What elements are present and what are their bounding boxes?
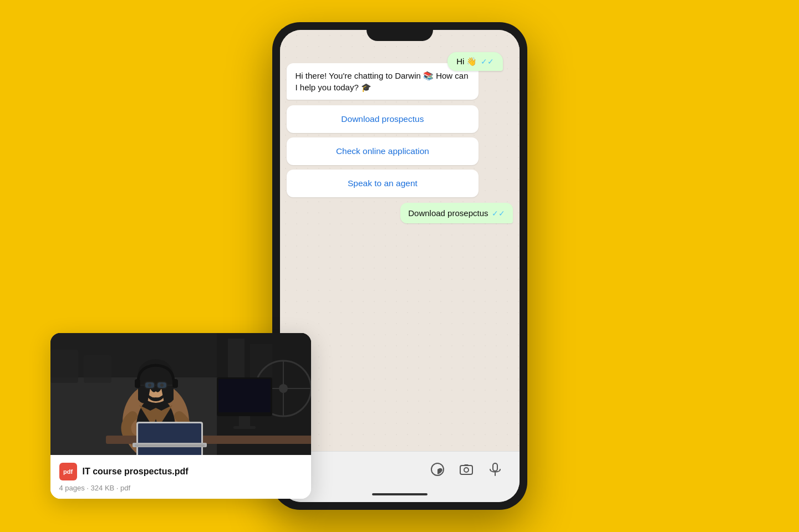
double-check-icon: ✓✓: [481, 57, 494, 66]
home-indicator: [280, 487, 520, 502]
pdf-meta: 4 pages · 324 KB · pdf: [59, 484, 302, 492]
svg-rect-37: [239, 416, 250, 427]
phone-notch: [367, 22, 433, 41]
pdf-card-image: [50, 333, 311, 455]
svg-rect-28: [172, 379, 178, 388]
svg-rect-34: [135, 444, 205, 447]
svg-point-26: [160, 383, 164, 387]
pdf-icon: pdf: [59, 463, 77, 480]
home-bar: [372, 493, 428, 495]
pdf-filename: IT course prospectus.pdf: [83, 467, 189, 477]
chat-input-bar: [280, 451, 520, 487]
pdf-title-row: pdf IT course prospectus.pdf: [59, 463, 302, 480]
mic-icon[interactable]: [487, 462, 503, 477]
incoming-message-text: Hi there! You're chatting to Darwin 📚 Ho…: [296, 71, 469, 92]
quick-reply-check-application[interactable]: Check online application: [287, 137, 479, 165]
svg-rect-38: [233, 426, 256, 429]
incoming-message-bubble: Hi there! You're chatting to Darwin 📚 Ho…: [287, 63, 479, 100]
pdf-card: pdf IT course prospectus.pdf 4 pages · 3…: [50, 333, 311, 499]
chat-background: Hi 👋 ✓✓ Hi there! You're chatting to Dar…: [280, 30, 520, 451]
svg-rect-1: [460, 466, 472, 474]
svg-rect-36: [218, 379, 271, 412]
greeting-outgoing-bubble: Hi 👋 ✓✓: [447, 52, 502, 71]
sticker-icon[interactable]: [430, 462, 445, 477]
scene: Hi 👋 ✓✓ Hi there! You're chatting to Dar…: [150, 11, 649, 521]
svg-point-2: [464, 468, 469, 472]
svg-rect-27: [135, 379, 140, 388]
outgoing-double-check-icon: ✓✓: [492, 209, 505, 218]
quick-reply-speak-agent[interactable]: Speak to an agent: [287, 170, 479, 197]
svg-rect-3: [464, 464, 469, 466]
quick-replies-container: Download prospectus Check online applica…: [287, 105, 479, 197]
pdf-card-body: pdf IT course prospectus.pdf 4 pages · 3…: [50, 455, 311, 499]
outgoing-message-text: Download prosepctus: [408, 208, 488, 218]
outgoing-message-bubble: Download prosepctus ✓✓: [400, 203, 512, 223]
quick-reply-download-prospectus[interactable]: Download prospectus: [287, 105, 479, 133]
svg-rect-32: [138, 423, 201, 455]
svg-rect-15: [50, 350, 78, 383]
svg-rect-16: [84, 355, 111, 383]
camera-icon[interactable]: [459, 462, 474, 477]
phone-screen: Hi 👋 ✓✓ Hi there! You're chatting to Dar…: [280, 30, 520, 502]
svg-rect-9: [228, 339, 245, 383]
greeting-text: Hi 👋: [456, 57, 477, 66]
svg-point-25: [148, 383, 151, 387]
svg-rect-4: [493, 463, 497, 471]
